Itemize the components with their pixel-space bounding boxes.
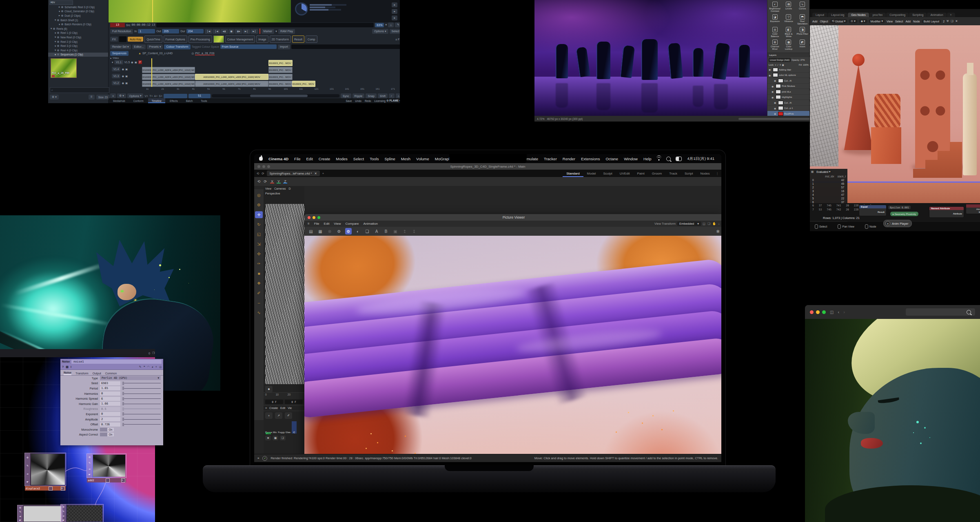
sheet-row[interactable]: 4 47 bbox=[810, 193, 847, 197]
chevron-down-icon[interactable]: ▾ bbox=[275, 30, 277, 33]
node-name-field[interactable]: noise1 bbox=[71, 360, 162, 364]
modifier-dropdown[interactable]: Modifier ▾ bbox=[869, 19, 885, 23]
import-button[interactable]: Import bbox=[278, 44, 290, 49]
viewer-tool-button[interactable]: ⚙ bbox=[345, 228, 352, 234]
transport-button[interactable]: ▶| bbox=[243, 29, 250, 34]
flame-clip-thumbnail[interactable]: PIC_a_28_F09 bbox=[51, 58, 77, 78]
tool-button[interactable]: ◱ bbox=[255, 231, 263, 238]
pencil-icon[interactable]: ✎ bbox=[395, 22, 400, 27]
timeline-scrollbar[interactable] bbox=[212, 94, 339, 97]
clip[interactable]: A0010003_PIC.. MOV 31 bbox=[268, 74, 293, 80]
menu-item[interactable]: Node bbox=[913, 20, 920, 23]
layer-thumbnail[interactable] bbox=[773, 73, 778, 77]
home-icon[interactable]: ⌂ bbox=[396, 93, 400, 98]
viewport-menu-item[interactable]: D bbox=[288, 187, 290, 190]
viewer-tool-button[interactable]: ▦ bbox=[317, 228, 324, 234]
blend-mode-select[interactable]: Linear Dodge (Add) bbox=[769, 58, 791, 62]
chevron-down-icon[interactable]: ▾ bbox=[385, 23, 387, 27]
sheet-row[interactable]: 1 45 bbox=[810, 182, 847, 186]
view-mode-button[interactable]: ▦ bbox=[273, 436, 278, 440]
panel-icon[interactable]: i bbox=[71, 365, 71, 368]
eye-icon[interactable]: ◉ bbox=[774, 79, 777, 82]
camera-label[interactable]: Perspective bbox=[264, 191, 304, 196]
pipeline-node[interactable]: QuickTime bbox=[144, 35, 162, 43]
track-v1-5[interactable]: V1.5 bbox=[124, 61, 130, 64]
view-mode-button[interactable]: ≣ bbox=[265, 436, 271, 440]
module-tab[interactable]: Tools bbox=[197, 98, 211, 103]
transport-button[interactable]: [◀ bbox=[205, 29, 212, 34]
render-sel-button[interactable]: Render Sel ▾ bbox=[110, 44, 131, 49]
menu-item[interactable]: View bbox=[334, 222, 341, 226]
toggle-switch[interactable]: On bbox=[100, 433, 114, 436]
gauge-dial[interactable] bbox=[295, 2, 308, 15]
sequence-tab-a[interactable]: SP_Content_03_c-UHD bbox=[142, 52, 173, 55]
add-node[interactable]: ⚙✎➜☛ add2+ bbox=[86, 453, 126, 478]
parameter-slider[interactable] bbox=[122, 404, 161, 404]
partial-node[interactable]: ⚙✎➜☛ bbox=[60, 504, 104, 522]
frame-field[interactable]: 51 bbox=[188, 94, 211, 98]
menu-item[interactable]: Spline bbox=[381, 157, 398, 161]
anim-player-overlay[interactable]: ✕ Anim Player bbox=[883, 220, 912, 227]
layer-name[interactable]: Adding Hair bbox=[779, 69, 791, 71]
viewer-tool-button[interactable]: ↥ bbox=[401, 228, 408, 234]
eye-icon[interactable]: ◉ bbox=[769, 68, 772, 71]
redo-icon[interactable]: ⟳ bbox=[264, 179, 267, 184]
toggle-button[interactable]: Ripple bbox=[353, 93, 365, 98]
parameter-value[interactable]: 6 bbox=[100, 397, 120, 401]
octane-icon[interactable]: ✻ bbox=[716, 229, 720, 234]
panel-icon[interactable]: ◕ bbox=[152, 365, 153, 368]
menu-item[interactable]: File bbox=[291, 157, 303, 161]
timeline-ruler[interactable]: 01020 bbox=[264, 392, 304, 399]
menu-item[interactable]: Volume bbox=[413, 157, 432, 161]
layer-thumbnail[interactable] bbox=[776, 90, 781, 94]
window-control-icon[interactable]: ❐ bbox=[152, 352, 155, 355]
zoom-button[interactable] bbox=[822, 310, 826, 314]
tree-item[interactable]: ▾ Sequences (1 Clip) bbox=[48, 53, 108, 57]
menu-item[interactable]: Octane bbox=[603, 157, 621, 161]
snap-dropdown[interactable]: ◈ ▾ bbox=[859, 19, 867, 23]
viewport-menu-item[interactable]: View bbox=[265, 187, 271, 190]
fill-field[interactable]: Fill: 100% bbox=[799, 64, 809, 66]
layer-row[interactable]: ◉ Adding Hair bbox=[767, 67, 809, 73]
toggle-button[interactable]: Sync bbox=[341, 93, 351, 98]
layer-row[interactable]: ◉ Pink Strokes bbox=[767, 84, 809, 89]
pipeline-node[interactable]: Comp bbox=[306, 35, 317, 43]
attribute-node[interactable]: AttributeExists bbox=[966, 204, 980, 214]
pipeline-node[interactable]: Image bbox=[256, 35, 268, 43]
material-tool-button[interactable]: ↗ bbox=[275, 412, 282, 419]
tool-button[interactable]: ⚙ bbox=[255, 201, 263, 208]
tree-item[interactable]: ▾ Reels (6) bbox=[48, 27, 108, 31]
named-attribute-node[interactable]: Named Attribute Attribute bbox=[929, 206, 964, 218]
material-tool-button[interactable]: + bbox=[265, 412, 273, 419]
panel-button[interactable]: ▸ bbox=[392, 2, 397, 7]
layer-row[interactable]: ◉ Col...p 1 bbox=[767, 106, 809, 111]
panel-icon[interactable]: ✎ bbox=[139, 365, 142, 369]
adjustment-item[interactable]: ◪ Exposure bbox=[768, 13, 782, 26]
sequence-tab-b[interactable]: PIC_a_28_F09 bbox=[195, 52, 214, 55]
parameter-slider[interactable] bbox=[122, 414, 161, 414]
viewer-tool-button[interactable]: ❏ bbox=[364, 228, 370, 234]
pipeline-node[interactable]: Colour Management bbox=[225, 35, 255, 43]
adjustment-item[interactable]: ◧ Black & White bbox=[782, 26, 796, 38]
toggle-button[interactable]: Snap bbox=[366, 93, 376, 98]
layout-tab[interactable]: Paint bbox=[634, 170, 648, 177]
viewer-option-icon[interactable]: ◫ bbox=[703, 222, 705, 226]
adjustment-item[interactable]: ◨ Photo Filter bbox=[796, 26, 809, 38]
transport-button[interactable]: ■ bbox=[228, 29, 234, 34]
clip[interactable]: A0010003_PIC_L040_ADF4_v003 [PIC_1020] M… bbox=[195, 74, 268, 80]
clip[interactable]: A0010003_PIC_L030_ADF4_v002 [PIC_1010] M… bbox=[142, 81, 195, 87]
clip[interactable]: A0010003_PIC_L040_ADF4_v002 [PIC_1020] M… bbox=[195, 81, 268, 87]
options-button[interactable]: Options ▾ bbox=[372, 29, 388, 34]
sheet-row[interactable]: 0 42 bbox=[810, 178, 847, 182]
viewer-option-icon[interactable]: ↓ bbox=[718, 222, 720, 226]
clip[interactable]: A0010003_PIC_L030_ADF4_v004 [PIC_1010] M… bbox=[142, 67, 195, 73]
layer-name[interactable]: Red/Pink bbox=[784, 113, 794, 115]
tool-button[interactable]: ⇲ bbox=[255, 241, 263, 248]
eye-icon[interactable]: ◉ bbox=[772, 85, 775, 88]
close-tab-icon[interactable]: ✕ bbox=[314, 172, 317, 175]
zoom-button[interactable] bbox=[317, 216, 320, 219]
panel-icon[interactable]: + bbox=[155, 365, 157, 368]
new-tab-icon[interactable]: + bbox=[322, 172, 324, 175]
viewer-tool-button[interactable]: B bbox=[383, 228, 389, 234]
tool-button[interactable]: ∿ bbox=[255, 309, 263, 316]
